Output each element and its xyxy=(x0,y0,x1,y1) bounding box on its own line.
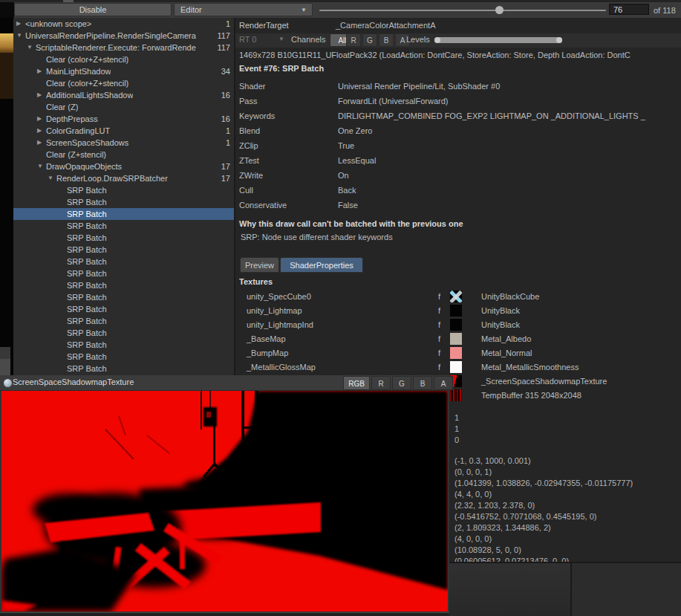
tree-row[interactable]: SRP Batch xyxy=(13,196,234,208)
event-slider-track[interactable] xyxy=(319,10,606,11)
tree-row[interactable]: SRP Batch xyxy=(13,363,234,375)
tree-row[interactable]: Clear (Z) xyxy=(13,101,234,113)
texture-thumbnail-albedo[interactable] xyxy=(450,333,462,345)
tree-row[interactable]: ▼UniversalRenderPipeline.RenderSingleCam… xyxy=(13,30,234,42)
texture-thumbnail-black[interactable] xyxy=(450,319,462,331)
tree-row[interactable]: ▼DrawOpaqueObjects17 xyxy=(13,161,234,172)
tab-shader-properties[interactable]: ShaderProperties xyxy=(280,257,363,273)
channels-label: Channels xyxy=(291,35,325,44)
tree-row[interactable]: ▶ColorGradingLUT1 xyxy=(13,125,234,137)
chevron-collapsed-icon[interactable]: ▶ xyxy=(16,18,21,30)
texture-preview-titlebar[interactable]: ScreenSpaceShadowmapTexture RGBRGBA xyxy=(0,375,449,391)
texture-row[interactable]: _BumpMapfMetal_Normal xyxy=(235,346,681,360)
tree-row[interactable]: SRP Batch xyxy=(13,327,234,339)
levels-max-handle[interactable] xyxy=(556,37,562,43)
tree-item-count: 34 xyxy=(221,65,230,77)
preview-channel-g-button[interactable]: G xyxy=(392,376,411,390)
levels-min-handle[interactable] xyxy=(434,37,440,43)
tree-row[interactable]: SRP Batch xyxy=(13,232,234,244)
tree-row[interactable]: ▼RenderLoop.DrawSRPBatcher17 xyxy=(13,172,234,184)
tree-item-label: SRP Batch xyxy=(67,220,107,232)
texture-row[interactable]: unity_LightmapIndfUnityBlack xyxy=(235,318,681,332)
rt-index-dropdown[interactable]: RT 0 xyxy=(239,35,256,44)
preview-channel-rgb-button[interactable]: RGB xyxy=(343,376,370,390)
tree-row[interactable]: SRP Batch xyxy=(13,303,234,315)
vector-value: (2, 1.809323, 1.344886, 2) xyxy=(454,523,551,532)
scene-view-corner xyxy=(0,2,14,18)
texture-row[interactable]: unity_LightmapfUnityBlack xyxy=(235,304,681,318)
float-value: 0 xyxy=(454,435,459,444)
event-title: Event #76: SRP Batch xyxy=(239,64,324,73)
texture-row[interactable]: unity_SpecCube0fUnityBlackCube xyxy=(235,290,681,304)
texture-property-name: unity_Lightmap xyxy=(247,304,302,318)
tree-row[interactable]: Clear (Z+stencil) xyxy=(13,149,234,161)
tree-row[interactable]: Clear (color+Z+stencil) xyxy=(13,77,234,89)
event-number-input[interactable]: 76 xyxy=(609,4,649,15)
tree-row[interactable]: SRP Batch xyxy=(13,351,234,363)
preview-channel-r-button[interactable]: R xyxy=(371,376,391,390)
scene-object-glimpse xyxy=(0,33,13,53)
chevron-expanded-icon[interactable]: ▼ xyxy=(27,42,33,54)
vector-value: (1.041399, 1.038826, -0.02947355, -0.011… xyxy=(454,479,633,487)
tree-row[interactable]: SRP Batch xyxy=(13,184,234,196)
vector-value: (10.08928, 5, 0, 0) xyxy=(454,545,521,554)
tree-item-label: SRP Batch xyxy=(67,303,107,315)
chevron-collapsed-icon[interactable]: ▶ xyxy=(37,125,42,137)
chevron-collapsed-icon[interactable]: ▶ xyxy=(37,113,42,125)
texture-flag: f xyxy=(438,290,440,304)
disable-button[interactable]: Disable xyxy=(14,3,172,16)
chevron-collapsed-icon[interactable]: ▶ xyxy=(37,65,42,77)
chevron-collapsed-icon[interactable]: ▶ xyxy=(37,89,42,101)
texture-thumbnail-white[interactable] xyxy=(450,361,462,373)
tab-preview[interactable]: Preview xyxy=(240,257,279,273)
texture-row[interactable]: _BaseMapfMetal_Albedo xyxy=(235,332,681,346)
tree-row[interactable]: SRP Batch xyxy=(13,256,234,268)
texture-thumbnail-normal[interactable] xyxy=(450,347,462,359)
tree-row[interactable]: ▶<unknown scope>1 xyxy=(13,18,234,30)
texture-thumbnail-cube[interactable] xyxy=(450,291,462,302)
chevron-expanded-icon[interactable]: ▼ xyxy=(37,161,43,172)
tree-item-count: 1 xyxy=(226,18,230,30)
tree-row[interactable]: SRP Batch xyxy=(13,291,234,303)
texture-property-name: _BaseMap xyxy=(247,332,286,346)
tree-item-label: Clear (color+Z+stencil) xyxy=(46,54,128,65)
tree-row[interactable]: SRP Batch xyxy=(13,244,234,256)
tree-row[interactable]: SRP Batch xyxy=(13,315,234,327)
channel-r-button[interactable]: R xyxy=(346,33,361,47)
channel-b-button[interactable]: B xyxy=(379,33,394,47)
tree-row[interactable]: ▶AdditionalLightsShadow16 xyxy=(13,89,234,101)
vector-value: (4, 0, 0, 0) xyxy=(454,534,492,543)
chevron-expanded-icon[interactable]: ▼ xyxy=(48,172,53,184)
tree-item-label: SRP Batch xyxy=(67,268,107,279)
tree-item-label: UniversalRenderPipeline.RenderSingleCame… xyxy=(25,30,196,42)
preview-channel-a-button[interactable]: A xyxy=(434,376,453,390)
empty-dock-pane xyxy=(449,563,570,616)
shader-detail-row: ZClipTrue xyxy=(235,138,681,153)
tree-row[interactable]: ▶MainLightShadow34 xyxy=(13,65,234,77)
texture-thumbnail-tempbuffer[interactable] xyxy=(450,389,462,401)
chevron-expanded-icon[interactable]: ▼ xyxy=(16,30,22,42)
tree-row[interactable]: ▶DepthPrepass16 xyxy=(13,113,234,125)
tree-row[interactable]: ▶ScreenSpaceShadows1 xyxy=(13,137,234,149)
tree-row[interactable]: SRP Batch xyxy=(13,279,234,291)
channel-g-button[interactable]: G xyxy=(362,33,377,47)
tree-item-label: Clear (color+Z+stencil) xyxy=(46,77,128,89)
tree-row[interactable]: ▼ScriptableRenderer.Execute: ForwardRend… xyxy=(13,42,234,54)
target-dropdown[interactable]: Editor ▼ xyxy=(174,3,313,16)
chevron-collapsed-icon[interactable]: ▶ xyxy=(37,137,42,149)
texture-thumbnail-black[interactable] xyxy=(450,305,462,317)
preview-channel-b-button[interactable]: B xyxy=(413,376,432,390)
tree-row[interactable]: SRP Batch xyxy=(13,339,234,351)
tree-row[interactable]: SRP Batch xyxy=(13,208,234,220)
background-panel-edge xyxy=(0,359,10,375)
tree-item-count: 17 xyxy=(221,161,230,172)
tree-row[interactable]: Clear (color+Z+stencil) xyxy=(13,54,234,65)
event-slider-handle[interactable] xyxy=(495,6,504,14)
tree-row[interactable]: SRP Batch xyxy=(13,220,234,232)
tree-row[interactable]: SRP Batch xyxy=(13,268,234,279)
levels-range-slider[interactable] xyxy=(434,37,562,43)
tree-item-label: ColorGradingLUT xyxy=(46,125,110,137)
texture-row[interactable]: _MetallicGlossMapfMetal_MetallicSmoothne… xyxy=(235,360,681,375)
texture-asset-name: Metal_Normal xyxy=(481,346,532,360)
tree-item-count: 16 xyxy=(221,113,230,125)
